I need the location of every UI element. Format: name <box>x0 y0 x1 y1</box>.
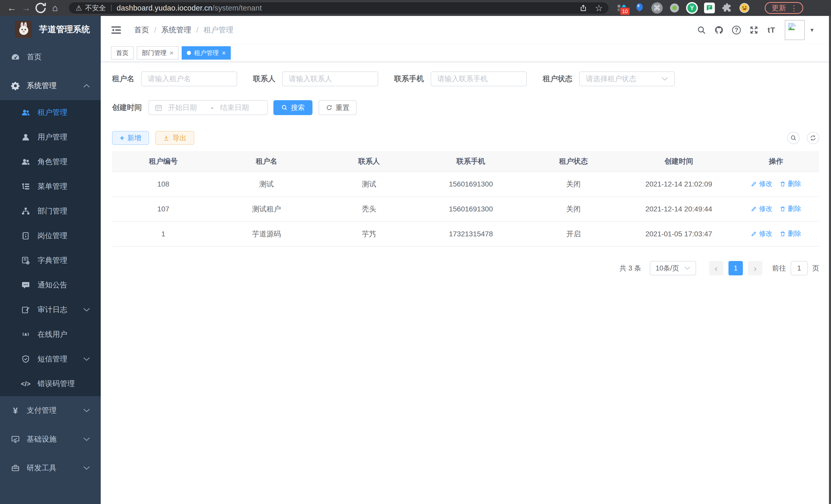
chevron-down-icon <box>83 357 90 361</box>
sidebar-item-menu[interactable]: 菜单管理 <box>0 174 101 199</box>
sidebar-item-sms[interactable]: 短信管理 <box>0 347 101 372</box>
sidebar-item-notice[interactable]: 通知公告 <box>0 273 101 297</box>
sidebar-item-dept[interactable]: 部门管理 <box>0 199 101 224</box>
avatar[interactable] <box>785 20 805 40</box>
sidebar-item-label: 研发工具 <box>27 463 57 473</box>
sidebar-item-infrastructure[interactable]: 基础设施 <box>0 425 101 454</box>
search-button[interactable]: 搜索 <box>274 100 312 115</box>
bookmark-star-icon[interactable]: ☆ <box>595 4 603 12</box>
profile-avatar-icon[interactable] <box>739 2 750 14</box>
contact-input[interactable] <box>282 71 378 86</box>
delete-link[interactable]: 删除 <box>780 179 801 188</box>
next-page-button[interactable]: › <box>748 261 763 275</box>
breadcrumb-home[interactable]: 首页 <box>134 25 149 35</box>
cell-actions: 修改删除 <box>733 221 819 246</box>
refresh-table-button[interactable] <box>807 132 819 144</box>
fullscreen-icon[interactable] <box>745 24 763 36</box>
active-dot-icon <box>187 51 191 55</box>
main-header: 首页 / 系统管理 / 租户管理 ? tT <box>101 16 831 44</box>
browser-update-button[interactable]: 更新 ⋮ <box>765 2 803 14</box>
goto-page-input[interactable] <box>791 261 808 275</box>
sidebar-item-system[interactable]: 系统管理 <box>0 71 101 100</box>
edit-link[interactable]: 修改 <box>751 229 772 238</box>
export-button[interactable]: 导出 <box>155 131 194 145</box>
edit-pen-icon <box>751 181 757 187</box>
sidebar-item-label: 错误码管理 <box>37 379 75 389</box>
sidebar-item-label: 角色管理 <box>37 157 67 167</box>
address-bar[interactable]: ⚠ 不安全 dashboard.yudao.iocoder.cn/system/… <box>69 2 608 13</box>
share-icon[interactable] <box>579 4 588 12</box>
col-status: 租户状态 <box>522 151 625 172</box>
url-path: /system/tenant <box>212 4 262 12</box>
extension-diamond-icon[interactable]: 10 <box>616 2 628 14</box>
sidebar-item-home[interactable]: 首页 <box>0 42 101 71</box>
sidebar-item-label: 审计日志 <box>37 305 67 315</box>
tenant-name-input[interactable] <box>141 71 237 86</box>
page-size-select[interactable]: 10条/页 <box>650 261 696 275</box>
online-user-icon <box>21 329 31 339</box>
create-time-range-picker[interactable]: 开始日期 - 结束日期 <box>148 100 268 115</box>
tab-tenant[interactable]: 租户管理 × <box>182 46 231 60</box>
chevron-up-icon <box>83 84 90 88</box>
search-icon[interactable] <box>693 24 710 36</box>
post-badge-icon <box>21 231 31 241</box>
close-icon[interactable]: × <box>222 50 226 56</box>
caret-down-icon[interactable]: ▼ <box>809 27 814 33</box>
cell-mobile: 15601691300 <box>420 172 522 197</box>
not-secure-warning-icon: ⚠ <box>76 4 82 12</box>
extension-command-icon[interactable]: ⌘ <box>651 2 663 14</box>
sidebar-item-post[interactable]: 岗位管理 <box>0 224 101 248</box>
prev-page-button[interactable]: ‹ <box>709 261 723 275</box>
mobile-input[interactable] <box>431 71 527 86</box>
reload-icon[interactable] <box>33 2 48 13</box>
back-icon[interactable]: ← <box>5 2 19 13</box>
extension-balloon-icon[interactable] <box>634 2 646 14</box>
sms-shield-icon <box>21 354 31 364</box>
extension-chat-icon[interactable] <box>704 2 715 14</box>
sidebar-item-label: 在线用户 <box>37 329 67 339</box>
close-icon[interactable]: × <box>170 50 173 56</box>
sidebar-item-label: 基础设施 <box>27 434 57 444</box>
sidebar-item-online-user[interactable]: 在线用户 <box>0 322 101 347</box>
breadcrumb-system[interactable]: 系统管理 <box>161 25 191 35</box>
help-icon[interactable]: ? <box>728 24 745 36</box>
tab-dept[interactable]: 部门管理 × <box>137 46 179 60</box>
tab-home[interactable]: 首页 <box>111 46 134 60</box>
toggle-search-button[interactable] <box>787 132 800 144</box>
chevron-down-icon <box>83 308 90 312</box>
pagination-total: 共 3 条 <box>620 264 641 273</box>
sidebar-item-tenant[interactable]: 租户管理 <box>0 100 101 125</box>
reset-button[interactable]: 重置 <box>319 100 357 115</box>
delete-link[interactable]: 删除 <box>780 204 801 213</box>
home-icon[interactable]: ⌂ <box>48 2 62 13</box>
sidebar-item-dict[interactable]: 字典管理 <box>0 248 101 273</box>
extension-y-icon[interactable]: Y <box>686 2 698 14</box>
extension-green-dot-icon[interactable] <box>668 2 681 14</box>
roles-users-icon <box>21 157 31 167</box>
font-size-icon[interactable]: tT <box>763 24 780 36</box>
forward-icon[interactable]: → <box>19 2 33 13</box>
sidebar-item-dev-tools[interactable]: 研发工具 <box>0 454 101 482</box>
sidebar-fold-icon[interactable] <box>111 24 122 36</box>
user-icon <box>21 132 31 142</box>
edit-link[interactable]: 修改 <box>751 179 772 188</box>
error-code-icon: </> <box>21 379 31 389</box>
sidebar-item-user[interactable]: 用户管理 <box>0 125 101 149</box>
extension-puzzle-icon[interactable] <box>721 2 733 14</box>
add-button[interactable]: + 新增 <box>112 131 149 145</box>
range-separator: - <box>211 103 213 112</box>
delete-link[interactable]: 删除 <box>780 229 801 238</box>
edit-link[interactable]: 修改 <box>751 204 772 213</box>
sidebar-item-error-code[interactable]: </> 错误码管理 <box>0 372 101 396</box>
github-icon[interactable] <box>710 24 728 36</box>
app-logo[interactable]: 芋道管理系统 <box>0 16 101 42</box>
cell-tenant-name: 测试 <box>214 172 319 197</box>
current-page-button[interactable]: 1 <box>728 261 743 275</box>
browser-menu-icon[interactable]: ⋮ <box>790 4 798 12</box>
status-select[interactable]: 请选择租户状态 <box>579 71 675 86</box>
page-unit-label: 页 <box>812 264 819 273</box>
sidebar-item-role[interactable]: 角色管理 <box>0 149 101 174</box>
sidebar-item-audit-log[interactable]: 审计日志 <box>0 297 101 322</box>
chevron-down-icon <box>83 466 90 470</box>
sidebar-item-payment[interactable]: ¥ 支付管理 <box>0 396 101 425</box>
